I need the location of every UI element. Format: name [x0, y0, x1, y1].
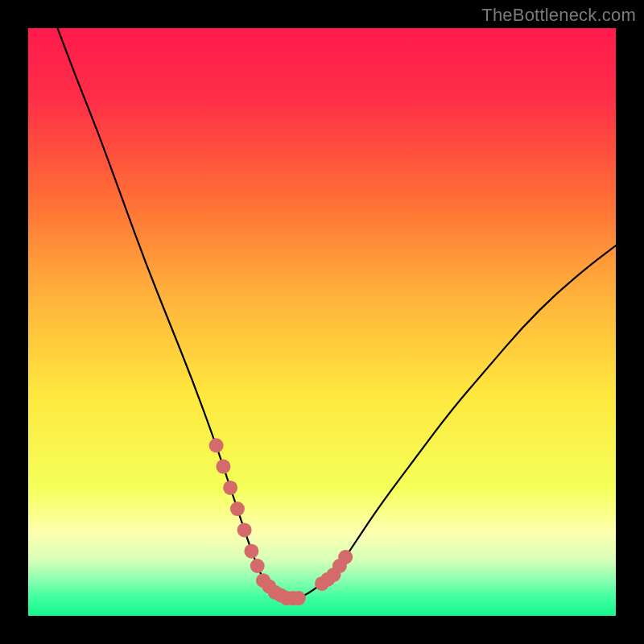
- data-marker: [244, 544, 258, 559]
- marker-cluster-left: [209, 438, 306, 605]
- data-marker: [250, 559, 265, 573]
- chart-frame: TheBottleneck.com: [0, 0, 644, 644]
- data-marker: [216, 460, 230, 474]
- data-marker: [338, 550, 353, 564]
- curve-layer: [28, 28, 616, 616]
- marker-cluster-right: [315, 550, 353, 591]
- data-marker: [223, 481, 237, 495]
- data-marker: [209, 438, 224, 452]
- watermark-text: TheBottleneck.com: [481, 5, 636, 26]
- bottleneck-curve: [58, 28, 617, 598]
- data-marker: [237, 522, 252, 537]
- data-marker: [230, 502, 245, 516]
- data-marker: [291, 591, 306, 605]
- plot-area: [28, 28, 616, 616]
